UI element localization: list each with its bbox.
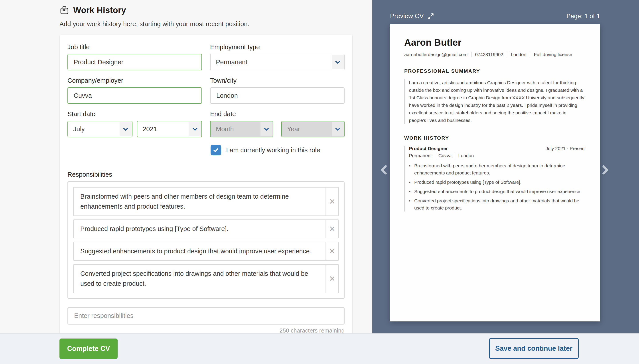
responsibility-text: Produced rapid prototypes using [Type of… (74, 220, 326, 238)
responsibilities-list: Brainstormed with peers and other member… (68, 181, 345, 299)
close-icon[interactable]: ✕ (326, 220, 338, 238)
chevron-down-icon (189, 122, 201, 136)
cv-job-meta-item: London (455, 153, 474, 158)
end-month-select[interactable]: Month (210, 121, 273, 137)
complete-cv-button[interactable]: Complete CV (60, 338, 118, 359)
characters-remaining: 250 characters remaining (68, 327, 345, 334)
chevron-down-icon (120, 122, 132, 136)
check-icon (213, 147, 219, 153)
save-continue-button[interactable]: Save and continue later (489, 338, 579, 359)
page-subtitle: Add your work history here, starting wit… (60, 20, 249, 28)
cv-job-bullets: Brainstormed with peers and other member… (409, 162, 586, 212)
cv-job-meta-item: Permanent (409, 153, 432, 158)
cv-work-heading: WORK HISTORY (404, 135, 586, 141)
start-date-label: Start date (68, 110, 202, 118)
responsibility-item: Brainstormed with peers and other member… (73, 187, 339, 216)
employment-type-value: Permanent (216, 58, 247, 66)
briefcase-icon (60, 5, 69, 15)
cv-job-meta-row: PermanentCuvvaLondon (409, 153, 586, 158)
start-month-select[interactable]: July (68, 121, 132, 137)
cv-job-meta-item: Cuvva (435, 153, 452, 158)
chevron-down-icon (332, 122, 344, 136)
responsibility-text: Converted project specifications into dr… (74, 265, 326, 292)
footer-action-bar: Complete CV Save and continue later (0, 334, 639, 364)
work-history-form-card: Job title Employment type Permanent Comp… (60, 34, 353, 346)
company-input[interactable] (68, 87, 202, 104)
end-year-placeholder: Year (287, 126, 300, 133)
page-indicator: Page: 1 of 1 (566, 13, 600, 20)
responsibility-text: Suggested enhancements to product design… (74, 242, 326, 260)
cv-contact-item: 07428119902 (471, 52, 503, 57)
expand-icon[interactable] (427, 13, 434, 20)
responsibility-item: Suggested enhancements to product design… (73, 242, 339, 261)
cv-summary-text: I am a creative, artistic and ambitious … (409, 79, 586, 124)
start-month-value: July (73, 126, 85, 133)
employment-type-label: Employment type (210, 44, 345, 51)
page-header: Work History Add your work history here,… (60, 5, 249, 28)
preview-title: Preview CV (390, 12, 424, 20)
end-year-select[interactable]: Year (281, 121, 345, 137)
end-date-label: End date (210, 110, 345, 118)
preview-header: Preview CV Page: 1 of 1 (390, 12, 600, 20)
end-month-placeholder: Month (216, 126, 234, 133)
start-year-select[interactable]: 2021 (137, 121, 202, 137)
cv-job-bullet: Brainstormed with peers and other member… (409, 162, 586, 176)
cv-preview-pane: Preview CV Page: 1 of 1 Aaron Butler aar… (372, 0, 639, 334)
next-page-button[interactable] (599, 163, 611, 176)
town-input[interactable] (210, 87, 345, 104)
responsibility-item: Produced rapid prototypes using [Type of… (73, 220, 339, 238)
chevron-down-icon (332, 55, 344, 70)
cv-job-bullet: Produced rapid prototypes using [Type of… (409, 179, 586, 186)
employment-type-select[interactable]: Permanent (210, 54, 345, 70)
chevron-left-icon (379, 164, 389, 176)
close-icon[interactable]: ✕ (326, 242, 338, 260)
cv-job-dates: July 2021 - Present (546, 146, 586, 151)
close-icon[interactable]: ✕ (326, 188, 338, 216)
cv-contact-row: aaronbutlerdesign@gmail.com07428119902Lo… (404, 52, 586, 57)
cv-contact-item: London (507, 52, 526, 57)
cv-job-entry: Product Designer July 2021 - Present Per… (404, 146, 586, 212)
responsibilities-input[interactable] (68, 307, 345, 324)
cv-document-page: Aaron Butler aaronbutlerdesign@gmail.com… (390, 24, 600, 322)
cv-builder-screen: Work History Add your work history here,… (0, 0, 639, 364)
job-title-label: Job title (68, 44, 202, 51)
chevron-down-icon (260, 122, 272, 136)
cv-name: Aaron Butler (404, 37, 586, 48)
responsibility-item: Converted project specifications into dr… (73, 264, 339, 293)
close-icon[interactable]: ✕ (326, 265, 338, 292)
current-role-label: I am currently working in this role (226, 146, 320, 154)
work-history-form-pane: Work History Add your work history here,… (0, 0, 372, 334)
responsibilities-label: Responsibilities (68, 171, 345, 178)
cv-job-bullet: Suggested enhancements to product design… (409, 188, 586, 195)
previous-page-button[interactable] (378, 163, 390, 176)
cv-contact-item: Full driving license (530, 52, 572, 57)
cv-contact-item: aaronbutlerdesign@gmail.com (404, 52, 467, 57)
town-label: Town/city (210, 77, 345, 84)
current-role-checkbox[interactable] (211, 145, 221, 156)
company-label: Company/employer (68, 77, 202, 84)
start-year-value: 2021 (143, 126, 157, 133)
responsibility-text: Brainstormed with peers and other member… (74, 188, 326, 216)
cv-summary-heading: PROFESSIONAL SUMMARY (404, 68, 586, 74)
page-title: Work History (73, 6, 126, 15)
chevron-right-icon (600, 164, 610, 176)
cv-job-bullet: Converted project specifications into dr… (409, 197, 586, 212)
cv-job-title: Product Designer (409, 146, 448, 151)
job-title-input[interactable] (68, 54, 202, 70)
